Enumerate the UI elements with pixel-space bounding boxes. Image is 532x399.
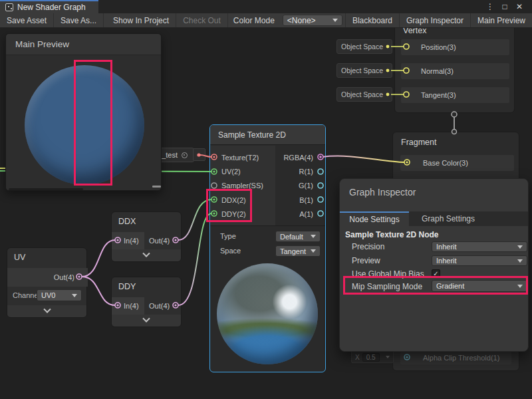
graph-inspector-title: Graph Inspector — [349, 187, 416, 198]
chevron-down-icon — [142, 315, 150, 323]
object-space-label: Object Space — [341, 66, 383, 74]
vertex-node[interactable]: Vertex Position(3) Normal(3) Tangent(3) — [394, 20, 515, 113]
float-x-value[interactable]: 0.5 — [362, 353, 380, 362]
main-preview-toggle-button[interactable]: Main Preview — [470, 13, 532, 27]
vertex-port-row: Tangent(3) — [401, 87, 509, 103]
check-out-label: Check Out — [183, 16, 221, 25]
graph-inspector-toggle-button[interactable]: Graph Inspector — [399, 13, 470, 27]
object-space-dropdown-3[interactable]: Object Space — [336, 87, 392, 102]
st-output-b: B(1) — [299, 196, 313, 204]
document-tab[interactable]: New Shader Graph — [0, 0, 98, 13]
alpha-clip-float-input[interactable]: X 0.5 — [351, 351, 394, 363]
st-output-rgba: RGBA(4) — [283, 154, 313, 162]
save-asset-label: Save Asset — [7, 16, 47, 25]
sample-texture-2d-node[interactable]: Sample Texture 2D Texture(T2) UV(2) Samp… — [209, 124, 326, 372]
precision-dropdown[interactable]: Inherit — [432, 241, 527, 252]
vertex-port-row: Position(3) — [401, 39, 509, 55]
exposed-property-icon — [182, 152, 188, 158]
type-label: Type — [220, 232, 236, 240]
wire-ddyout-ddy2[interactable] — [178, 213, 211, 305]
highlight-preview-strip — [74, 60, 112, 186]
type-dropdown-value: Default — [280, 233, 303, 241]
uv-channel-dropdown[interactable]: UV0 — [37, 289, 82, 301]
blackboard-toggle-button[interactable]: Blackboard — [345, 13, 399, 27]
ddx-in-label: In(4) — [124, 237, 139, 245]
save-as-label: Save As... — [61, 16, 96, 25]
tab-graph-settings[interactable]: Graph Settings — [409, 211, 487, 226]
ddy-collapse-button[interactable] — [112, 315, 181, 327]
color-mode-label: Color Mode — [228, 13, 280, 27]
ddy-node[interactable]: DDY In(4) Out(4) — [111, 277, 182, 327]
vertex-tangent-label: Tangent(3) — [421, 91, 456, 99]
ddx-out-label: Out(4) — [149, 237, 170, 245]
highlight-mip-sampling-row — [343, 276, 528, 295]
preview-dropdown[interactable]: Inherit — [432, 255, 527, 266]
shader-graph-window: Vertex Position(3) Normal(3) Tangent(3) … — [0, 0, 532, 399]
precision-label: Precision — [352, 242, 384, 251]
show-in-project-label: Show In Project — [113, 16, 169, 25]
ddx-collapse-button[interactable] — [112, 249, 181, 261]
tab-node-settings[interactable]: Node Settings — [340, 211, 409, 226]
chevron-down-icon — [517, 259, 523, 263]
st-output-g: G(1) — [299, 182, 313, 190]
save-as-button[interactable]: Save As... — [54, 13, 104, 27]
type-dropdown[interactable]: Default — [275, 231, 321, 242]
kebab-menu-icon[interactable]: ⋮ — [483, 0, 497, 13]
show-in-project-button[interactable]: Show In Project — [106, 13, 176, 27]
chevron-down-icon — [386, 356, 390, 358]
main-preview-title: Main Preview — [6, 34, 161, 55]
preview-label: Preview — [352, 256, 380, 265]
main-preview-scrollbar[interactable] — [9, 188, 83, 190]
st-output-r: R(1) — [299, 168, 313, 176]
window-tab-bar: New Shader Graph ⋮ □ ✕ — [0, 0, 532, 13]
kebab-glyph: ⋮ — [486, 2, 494, 11]
space-dropdown[interactable]: Tangent — [275, 245, 321, 257]
ddx-node[interactable]: DDX In(4) Out(4) — [111, 211, 182, 262]
space-dropdown-value: Tangent — [280, 247, 306, 255]
graph-inspector-panel[interactable]: Graph Inspector Node Settings Graph Sett… — [339, 178, 529, 352]
maximize-icon[interactable]: □ — [498, 0, 511, 13]
object-space-dropdown-1[interactable]: Object Space — [336, 39, 392, 54]
fragment-basecolor-row: Base Color(3) — [400, 155, 514, 171]
highlight-ddx-ddy-ports — [206, 189, 252, 222]
float-x-label: X — [355, 354, 360, 361]
color-mode-text: Color Mode — [233, 16, 275, 25]
node-preview-sphere — [217, 263, 318, 364]
close-glyph: ✕ — [516, 2, 523, 11]
document-tab-title: New Shader Graph — [17, 3, 86, 12]
divider — [210, 225, 325, 226]
chevron-down-icon — [311, 235, 316, 238]
space-label: Space — [220, 247, 241, 255]
uv-collapse-button[interactable] — [7, 305, 86, 317]
inspector-section-header: Sample Texture 2D Node — [345, 230, 438, 239]
chevron-down-icon — [142, 250, 150, 257]
sample-texture-2d-title: Sample Texture 2D — [210, 125, 325, 145]
save-asset-button[interactable]: Save Asset — [0, 13, 54, 27]
vertex-position-label: Position(3) — [421, 43, 456, 51]
object-space-label: Object Space — [341, 43, 383, 51]
chevron-down-icon — [72, 294, 77, 297]
uv-out-row: Out(4) — [7, 268, 88, 287]
ddy-node-title: DDY — [112, 277, 181, 296]
object-space-dropdown-2[interactable]: Object Space — [336, 63, 392, 78]
object-space-label: Object Space — [341, 90, 383, 98]
vertex-port-row: Normal(3) — [401, 63, 509, 79]
st-output-a: A(1) — [299, 210, 313, 218]
precision-value: Inherit — [436, 243, 457, 251]
main-preview-label: Main Preview — [477, 16, 525, 25]
maximize-glyph: □ — [502, 2, 507, 11]
uv-node-title: UV — [7, 248, 86, 267]
fragment-alphaclip-row: Alpha Clip Threshold(1) — [400, 351, 511, 364]
ddy-out-label: Out(4) — [149, 302, 170, 310]
color-mode-dropdown[interactable]: <None> — [283, 15, 342, 26]
gtest-port-box[interactable] — [193, 148, 205, 161]
uv-node[interactable]: UV Out(4) Channe UV0 — [7, 247, 87, 318]
chevron-down-icon — [311, 249, 316, 253]
main-preview-resize-handle[interactable] — [152, 186, 161, 188]
ddx-node-title: DDX — [112, 212, 181, 231]
ddy-in-box: In(4) — [112, 297, 144, 315]
inspector-tab-strip: Node Settings Graph Settings — [340, 211, 528, 226]
color-mode-value: <None> — [287, 16, 316, 25]
close-icon[interactable]: ✕ — [513, 0, 526, 13]
tab-graph-settings-label: Graph Settings — [422, 214, 475, 223]
